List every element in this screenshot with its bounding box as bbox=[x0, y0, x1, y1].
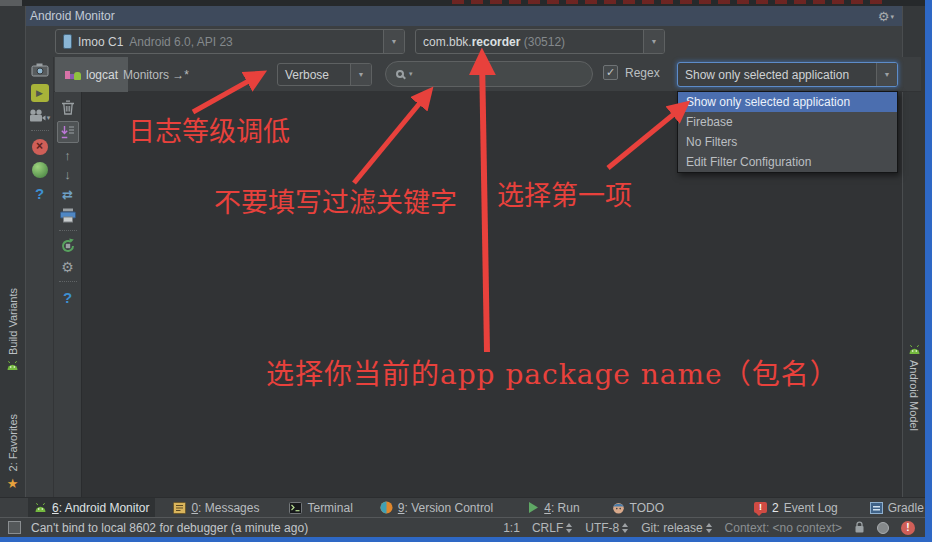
toggle-toolwindows-icon[interactable] bbox=[8, 521, 21, 534]
search-icon[interactable] bbox=[396, 70, 404, 78]
updown-icon bbox=[706, 523, 713, 533]
error-notification-icon[interactable]: ! bbox=[901, 521, 915, 535]
filter-option-firebase[interactable]: Firebase bbox=[678, 112, 897, 132]
annotation-no-keyword: 不要填写过滤关键字 bbox=[214, 181, 457, 220]
chevron-down-icon[interactable]: ▼ bbox=[876, 63, 897, 86]
status-bar: Can't bind to local 8602 for debugger (a… bbox=[0, 517, 925, 537]
line-separator-widget[interactable]: CRLF bbox=[532, 521, 573, 535]
restart-icon[interactable] bbox=[60, 238, 76, 254]
build-variants-tool-button[interactable]: Build Variants bbox=[0, 288, 25, 371]
run-icon bbox=[527, 501, 539, 514]
logcat-filter-selector[interactable]: Show only selected application ▼ bbox=[677, 62, 898, 87]
filter-option-edit-configuration[interactable]: Edit Filter Configuration bbox=[678, 152, 897, 172]
bottom-tab-run[interactable]: 4: Run bbox=[521, 498, 585, 518]
process-name: recorder bbox=[472, 35, 521, 49]
gear-icon[interactable]: ⚙▾ bbox=[878, 10, 894, 23]
regex-label: Regex bbox=[625, 66, 660, 80]
star-icon: ★ bbox=[7, 476, 19, 491]
logcat-side-toolbar: ↑ ↓ ⇄ ⚙ ? bbox=[54, 92, 82, 497]
annotation-log-level: 日志等级调低 bbox=[128, 110, 290, 149]
android-monitor-tool-window: Android Monitor ⚙▾ Imoo C1 Android 6.0, … bbox=[0, 0, 932, 542]
tab-monitors[interactable]: Monitors →* bbox=[113, 57, 199, 92]
video-capture-icon[interactable]: ▾ bbox=[29, 109, 51, 122]
logcat-search-input[interactable] bbox=[415, 67, 582, 81]
print-icon[interactable] bbox=[60, 208, 76, 223]
chevron-down-icon[interactable]: ▼ bbox=[350, 64, 371, 85]
scroll-to-end-icon[interactable] bbox=[57, 121, 79, 143]
favorites-label: 2: Favorites bbox=[7, 414, 19, 471]
filter-dropdown: Show only selected application Firebase … bbox=[677, 91, 898, 173]
git-branch-widget[interactable]: Git: release bbox=[641, 521, 712, 535]
tool-window-header: Android Monitor ⚙▾ bbox=[26, 6, 921, 26]
process-pid: (30512) bbox=[524, 35, 565, 49]
device-toolbar: Imoo C1 Android 6.0, API 23 ▼ com.bbk.re… bbox=[26, 26, 921, 57]
build-variants-label: Build Variants bbox=[7, 288, 19, 355]
terminal-icon bbox=[289, 502, 302, 514]
bottom-tab-gradle-console[interactable]: Gradle Console bbox=[864, 498, 932, 518]
separator bbox=[59, 281, 77, 282]
process-prefix: com.bbk. bbox=[423, 35, 472, 49]
device-actions-toolbar: ▶ ▾ × ? bbox=[26, 57, 54, 497]
android-model-tool-button[interactable]: Android Model bbox=[903, 344, 925, 431]
soft-wrap-icon[interactable]: ⇄ bbox=[62, 187, 73, 202]
bottom-tab-android-monitor[interactable]: 6: Android Monitor bbox=[28, 498, 155, 518]
logcat-settings-gear-icon[interactable]: ⚙ bbox=[61, 260, 74, 274]
annotation-select-package: 选择你当前的app package name（包名） bbox=[266, 352, 839, 392]
logcat-toolbar: logcat Monitors →* Verbose ▼ ▾ ✓ Regex S… bbox=[54, 57, 921, 92]
todo-icon bbox=[612, 501, 625, 514]
tool-window-title: Android Monitor bbox=[30, 9, 115, 23]
bottom-tab-todo[interactable]: TODO bbox=[606, 498, 670, 518]
filter-option-show-only-selected[interactable]: Show only selected application bbox=[678, 92, 897, 112]
favorites-tool-button[interactable]: 2: Favorites ★ bbox=[0, 414, 25, 491]
filter-option-no-filters[interactable]: No Filters bbox=[678, 132, 897, 152]
help-icon[interactable]: ? bbox=[63, 289, 72, 306]
hector-highlighting-icon[interactable] bbox=[877, 522, 889, 534]
up-stack-trace-icon[interactable]: ↑ bbox=[64, 149, 71, 162]
chevron-down-icon[interactable]: ▼ bbox=[643, 30, 664, 53]
separator bbox=[31, 130, 49, 131]
log-level-selector[interactable]: Verbose ▼ bbox=[277, 63, 372, 86]
android-icon bbox=[908, 344, 921, 355]
context-widget[interactable]: Context: <no context> bbox=[725, 521, 842, 535]
logcat-filter-value: Show only selected application bbox=[685, 68, 849, 82]
left-tool-rail: Build Variants 2: Favorites ★ bbox=[0, 6, 26, 497]
bottom-tab-event-log[interactable]: ! 2 Event Log bbox=[748, 498, 844, 518]
annotation-select-first: 选择第一项 bbox=[497, 174, 632, 213]
gradle-console-icon bbox=[870, 502, 883, 514]
logcat-icon bbox=[65, 69, 81, 81]
tab-monitors-label: Monitors →* bbox=[123, 68, 189, 82]
bottom-tab-version-control[interactable]: 9: Version Control bbox=[374, 498, 499, 518]
device-details: Android 6.0, API 23 bbox=[129, 35, 232, 49]
android-icon bbox=[6, 360, 19, 371]
version-control-icon bbox=[380, 501, 393, 514]
clear-logcat-trash-icon[interactable] bbox=[61, 100, 75, 115]
lock-icon[interactable] bbox=[854, 521, 865, 534]
terminate-app-icon[interactable]: × bbox=[32, 139, 48, 155]
window-edge-bottom bbox=[0, 537, 932, 542]
phone-icon bbox=[63, 34, 72, 49]
event-log-badge: 2 bbox=[772, 501, 779, 515]
caret-position[interactable]: 1:1 bbox=[503, 521, 520, 535]
down-stack-trace-icon[interactable]: ↓ bbox=[64, 168, 71, 181]
device-selector[interactable]: Imoo C1 Android 6.0, API 23 ▼ bbox=[55, 29, 405, 54]
help-icon[interactable]: ? bbox=[35, 185, 44, 202]
updown-icon bbox=[566, 523, 573, 533]
sync-globe-icon[interactable] bbox=[32, 162, 48, 178]
process-selector[interactable]: com.bbk.recorder (30512) ▼ bbox=[415, 29, 665, 54]
bottom-tab-terminal[interactable]: Terminal bbox=[283, 498, 358, 518]
encoding-widget[interactable]: UTF-8 bbox=[585, 521, 629, 535]
separator bbox=[59, 230, 77, 231]
logcat-search-field[interactable]: ▾ bbox=[385, 61, 593, 87]
messages-icon bbox=[173, 502, 186, 514]
screenshot-camera-icon[interactable] bbox=[31, 63, 49, 77]
status-message: Can't bind to local 8602 for debugger (a… bbox=[31, 521, 493, 535]
android-model-label: Android Model bbox=[908, 360, 920, 431]
screen-record-icon[interactable]: ▶ bbox=[31, 84, 49, 102]
chevron-down-icon[interactable]: ▼ bbox=[383, 30, 404, 53]
search-options-icon[interactable]: ▾ bbox=[409, 70, 413, 78]
device-name: Imoo C1 bbox=[78, 35, 123, 49]
bottom-tab-messages[interactable]: 0: Messages bbox=[167, 498, 265, 518]
regex-checkbox[interactable]: ✓ bbox=[603, 65, 618, 80]
background-window-artifact bbox=[452, 0, 882, 4]
event-log-bubble-icon: ! bbox=[754, 502, 767, 513]
